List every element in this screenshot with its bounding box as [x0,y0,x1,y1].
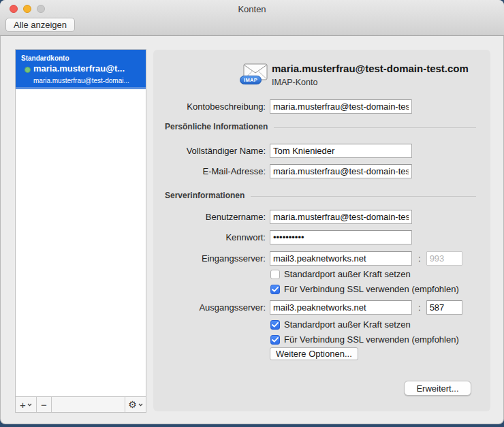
section-divider [251,196,476,197]
email-label: E-Mail-Adresse: [153,166,270,176]
incoming-override-port-label: Standardport außer Kraft setzen [284,269,411,279]
description-label: Kontobeschreibung: [153,101,270,112]
imap-envelope-icon: IMAP [243,63,268,81]
advanced-button[interactable]: Erweitert... [404,381,471,396]
full-name-label: Vollständiger Name: [153,146,270,156]
description-input[interactable] [270,99,412,114]
checkmark-icon [272,322,279,328]
more-options-button[interactable]: Weitere Optionen... [270,347,358,360]
username-input[interactable] [270,210,412,224]
account-group-label: Standardkonto [21,54,69,62]
account-email: maria.musterfrau@test-domai... [33,77,129,84]
outgoing-ssl-label: Für Verbindung SSL verwenden (empfohlen) [284,334,459,345]
email-input[interactable] [270,164,412,178]
incoming-server-input[interactable] [270,251,412,266]
full-name-input[interactable] [270,144,412,158]
outgoing-ssl-checkbox[interactable] [270,335,280,345]
online-status-icon [25,67,31,73]
checkmark-icon [272,287,279,292]
checkmark-icon [272,337,279,343]
account-actions-button[interactable]: ⚙ [125,397,146,412]
outgoing-server-label: Ausgangsserver: [153,302,270,313]
accounts-window: Konten Alle anzeigen Standardkonto maria… [0,0,504,424]
account-title: maria.musterfrau@test-domain-test.com [272,63,469,74]
show-all-button[interactable]: Alle anzeigen [5,18,75,32]
imap-badge: IMAP [240,76,262,84]
account-detail-panel: IMAP maria.musterfrau@test-domain-test.c… [153,50,490,411]
incoming-override-port-checkbox[interactable] [270,270,280,279]
port-separator: : [418,302,421,313]
add-account-button[interactable]: + [16,397,37,412]
account-name: maria.musterfrau@t... [33,63,125,74]
personal-section-header: Persönliche Informationen [165,121,476,132]
selection-accent-strip [16,87,146,89]
account-list-item-selected[interactable]: Standardkonto maria.musterfrau@t... mari… [16,50,146,89]
gear-icon: ⚙ [128,400,137,409]
incoming-server-label: Eingangsserver: [153,253,270,264]
plus-icon: + [20,400,26,410]
window-title: Konten [0,4,504,14]
outgoing-override-port-label: Standardport außer Kraft setzen [284,319,411,330]
username-label: Benutzername: [153,212,270,222]
minus-icon: − [41,400,47,410]
incoming-ssl-label: Für Verbindung SSL verwenden (empfohlen) [284,284,459,294]
port-separator: : [418,253,421,264]
password-label: Kennwort: [153,232,270,242]
outgoing-server-input[interactable] [270,300,412,315]
password-input[interactable] [270,230,412,244]
chevron-down-icon [138,403,143,407]
outgoing-override-port-checkbox[interactable] [270,320,280,330]
titlebar: Konten Alle anzeigen [0,0,504,36]
account-list: Standardkonto maria.musterfrau@t... mari… [15,49,146,413]
incoming-ssl-checkbox[interactable] [270,285,280,294]
outgoing-port-input[interactable] [426,300,462,315]
section-divider [274,127,476,128]
server-section-header: Serverinformationen [165,190,476,201]
incoming-port-input [426,251,462,266]
account-list-toolbar: + − ⚙ [16,396,146,412]
account-type: IMAP-Konto [272,78,317,87]
remove-account-button[interactable]: − [37,397,52,412]
chevron-down-icon [27,403,32,407]
